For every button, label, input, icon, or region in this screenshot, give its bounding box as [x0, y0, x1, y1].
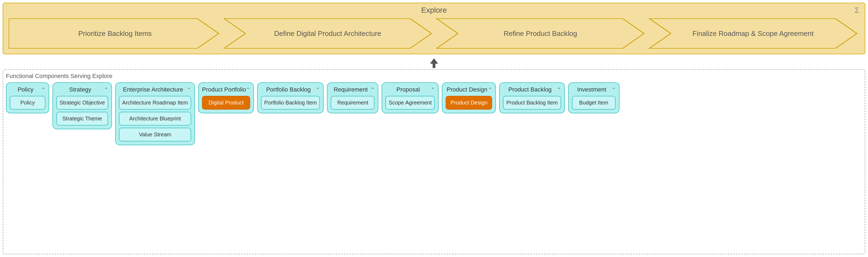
stage-2-label: Define Digital Product Architecture [264, 29, 392, 38]
component-enterprise-arch: Enterprise Architecture ⌃ Architecture R… [115, 82, 195, 145]
component-product-portfolio: Product Portfolio ⌃ Digital Product [198, 82, 254, 113]
functional-title: Functional Components Serving Explore [6, 73, 862, 80]
product-backlog-header: Product Backlog ⌃ [503, 86, 561, 93]
component-product-backlog: Product Backlog ⌃ Product Backlog Item [499, 82, 565, 113]
main-container: Explore Σ Prioritize Backlog Items Def [0, 0, 868, 257]
components-row: Policy ⌃ Policy Strategy ⌃ Strategic Obj… [6, 82, 862, 145]
up-arrow-indicator [3, 58, 865, 68]
investment-expand-icon[interactable]: ⌃ [612, 87, 616, 93]
product-backlog-title: Product Backlog [503, 86, 557, 93]
stage-1-label: Prioritize Backlog Items [67, 29, 162, 38]
product-backlog-item: Product Backlog Item [503, 96, 561, 110]
requirement-item: Requirement [331, 96, 374, 110]
svg-marker-4 [430, 58, 438, 68]
arrow-stages: Prioritize Backlog Items Define Digital … [9, 17, 859, 50]
value-stream-item: Value Stream [119, 128, 191, 142]
strategic-theme-item: Strategic Theme [56, 112, 108, 125]
arrow-shape-4: Finalize Roadmap & Scope Agreement [647, 17, 860, 50]
explore-banner: Explore Σ Prioritize Backlog Items Def [3, 3, 865, 54]
stage-prioritize: Prioritize Backlog Items [9, 17, 221, 50]
stage-define: Define Digital Product Architecture [221, 17, 434, 50]
digital-product-item: Digital Product [202, 96, 250, 110]
arch-blueprint-item: Architecture Blueprint [119, 112, 191, 125]
component-policy: Policy ⌃ Policy [6, 82, 49, 113]
portfolio-backlog-expand-icon[interactable]: ⌃ [316, 87, 320, 93]
component-requirement: Requirement ⌃ Requirement [327, 82, 378, 113]
stage-4-label: Finalize Roadmap & Scope Agreement [682, 29, 825, 38]
budget-item: Budget Item [572, 96, 616, 110]
enterprise-arch-title: Enterprise Architecture [119, 86, 187, 93]
component-investment: Investment ⌃ Budget Item [568, 82, 620, 113]
component-strategy: Strategy ⌃ Strategic Objective Strategic… [53, 82, 112, 129]
product-design-title: Product Design [446, 86, 488, 93]
enterprise-arch-header: Enterprise Architecture ⌃ [119, 86, 191, 93]
proposal-expand-icon[interactable]: ⌃ [431, 87, 435, 93]
sigma-icon: Σ [855, 6, 859, 14]
scope-agreement-item: Scope Agreement [385, 96, 435, 110]
product-design-item: Product Design [446, 96, 492, 110]
product-backlog-expand-icon[interactable]: ⌃ [557, 87, 561, 93]
arrow-shape-3: Refine Product Backlog [434, 17, 647, 50]
product-portfolio-expand-icon[interactable]: ⌃ [246, 87, 250, 93]
policy-expand-icon[interactable]: ⌃ [41, 87, 45, 93]
portfolio-backlog-item: Portfolio Backlog Item [261, 96, 320, 110]
arrow-shape-2: Define Digital Product Architecture [221, 17, 434, 50]
arrow-shape-1: Prioritize Backlog Items [9, 17, 221, 50]
stage-finalize: Finalize Roadmap & Scope Agreement [647, 17, 860, 50]
stage-3-label: Refine Product Backlog [493, 29, 588, 38]
requirement-expand-icon[interactable]: ⌃ [370, 87, 374, 93]
strategy-expand-icon[interactable]: ⌃ [104, 87, 108, 93]
proposal-header: Proposal ⌃ [385, 86, 435, 93]
proposal-title: Proposal [385, 86, 431, 93]
requirement-header: Requirement ⌃ [331, 86, 374, 93]
component-proposal: Proposal ⌃ Scope Agreement [381, 82, 439, 113]
policy-title: Policy [10, 86, 41, 93]
component-product-design: Product Design ⌃ Product Design [442, 82, 496, 113]
explore-title: Explore [9, 6, 859, 14]
functional-section: Functional Components Serving Explore Po… [3, 69, 865, 254]
enterprise-arch-expand-icon[interactable]: ⌃ [187, 87, 191, 93]
product-portfolio-header: Product Portfolio ⌃ [202, 86, 250, 93]
requirement-title: Requirement [331, 86, 370, 93]
arch-roadmap-item: Architecture Roadmap Item [119, 96, 191, 110]
policy-header: Policy ⌃ [10, 86, 45, 93]
policy-item: Policy [10, 96, 45, 110]
strategy-header: Strategy ⌃ [56, 86, 108, 93]
product-design-expand-icon[interactable]: ⌃ [488, 87, 492, 93]
stage-refine: Refine Product Backlog [434, 17, 647, 50]
product-design-header: Product Design ⌃ [446, 86, 492, 93]
portfolio-backlog-header: Portfolio Backlog ⌃ [261, 86, 320, 93]
strategic-objective-item: Strategic Objective [56, 96, 108, 110]
portfolio-backlog-title: Portfolio Backlog [261, 86, 316, 93]
investment-title: Investment [572, 86, 612, 93]
investment-header: Investment ⌃ [572, 86, 616, 93]
component-portfolio-backlog: Portfolio Backlog ⌃ Portfolio Backlog It… [257, 82, 324, 113]
strategy-title: Strategy [56, 86, 104, 93]
product-portfolio-title: Product Portfolio [202, 86, 246, 93]
